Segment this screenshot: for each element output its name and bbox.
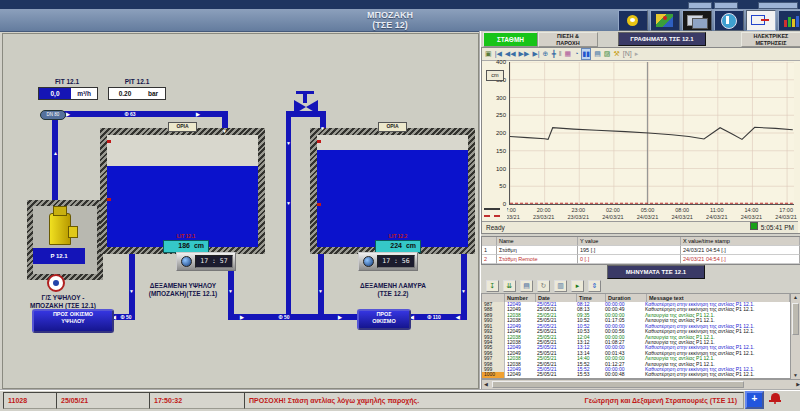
trend-tool-icon[interactable]: ▣: [485, 49, 492, 59]
messages-tool-icon[interactable]: ▤: [520, 280, 533, 292]
tank1-high-mark: [107, 140, 111, 143]
trend-tool-icon[interactable]: ▮▮: [581, 48, 591, 60]
y-tick-label: 150: [486, 148, 506, 155]
flow-arrow-icon: ▼: [286, 200, 291, 206]
tank2-level-value: 224: [376, 241, 402, 252]
trend-tool-icon[interactable]: ▸: [635, 49, 639, 59]
tank1-timer: 17 : 57: [176, 252, 236, 271]
valve-icon[interactable]: [306, 100, 318, 114]
trend-tool-icon[interactable]: ▶▶: [519, 49, 530, 59]
flow-arrow-icon: ◀: [456, 314, 460, 320]
scroll-down-icon[interactable]: ▼: [791, 372, 800, 379]
alarm-bell-icon[interactable]: [768, 391, 782, 408]
flow-arrow-icon: ▲: [53, 150, 58, 156]
add-button[interactable]: +: [745, 391, 764, 409]
flow-arrow-icon: ▼: [129, 288, 134, 294]
pit-display: 0.20 bar: [108, 87, 166, 100]
trend-legend-table: Name Y value X value/time stamp 1Στάθμη1…: [481, 236, 800, 265]
header-toolbar: [618, 10, 800, 31]
pump-icon: [68, 226, 78, 238]
station-link[interactable]: Γεώτρηση και Δεξαμενή Στραπουριές (ΤΣΕ 1…: [584, 393, 737, 408]
map-icon[interactable]: [650, 10, 680, 31]
trend-status-bar: Ready 5:05:41 PM: [482, 221, 798, 233]
title-line2: (ΤΣΕ 12): [372, 20, 407, 30]
trend-tool-icon[interactable]: ╋: [551, 49, 555, 59]
tab-stathmi[interactable]: ΣΤΑΘΜΗ: [483, 32, 538, 47]
messages-tool-icon[interactable]: ⇊: [503, 280, 516, 292]
window-control[interactable]: [714, 2, 738, 9]
tab-piesi-parochi[interactable]: ΠΙΕΣΗ & ΠΑΡΟΧΗ: [538, 32, 598, 47]
messages-tool-icon[interactable]: ↧: [486, 280, 499, 292]
schematic-icon[interactable]: [746, 10, 776, 31]
pipe-label-out-left: Φ 50: [116, 314, 136, 320]
y-axis-unit: cm: [486, 70, 504, 81]
flow-arrow-icon: ▶: [240, 314, 244, 320]
bar-chart-icon[interactable]: [778, 10, 800, 31]
scroll-left-icon[interactable]: ◀: [482, 381, 490, 388]
info-icon[interactable]: [714, 10, 744, 31]
pipe-badge-dn80: DN 80: [40, 110, 66, 120]
tank1-time: 17 : 57: [195, 255, 233, 268]
y-tick-label: 400: [486, 59, 506, 66]
trend-tool-icon[interactable]: ‖: [559, 49, 562, 59]
trend-tool-icon[interactable]: ◀◀: [505, 49, 516, 59]
trend-tool-icon[interactable]: |◀: [495, 49, 502, 59]
station-emblem-icon[interactable]: [47, 274, 65, 292]
alarm-date: 25/05/21: [56, 392, 150, 409]
messages-tool-icon[interactable]: ⇕: [588, 280, 601, 292]
tank1-level-value: 186: [164, 241, 190, 252]
alarm-id: 11028: [3, 392, 57, 409]
pit-label: PIT 12.1: [106, 78, 168, 86]
messages-tool-icon[interactable]: ▥: [554, 280, 567, 292]
window-control[interactable]: [758, 2, 798, 9]
trend-tool-icon[interactable]: ▤: [594, 49, 601, 59]
messages-tool-icon[interactable]: ↻: [537, 280, 550, 292]
pit-unit: bar: [141, 88, 165, 99]
tank2-time: 17 : 56: [377, 255, 415, 268]
flow-arrow-icon: ▼: [286, 140, 291, 146]
tab-ilektrikes[interactable]: ΗΛΕΚΤΡΙΚΕΣ ΜΕΤΡΗΣΕΙΣ: [741, 32, 800, 47]
legend-row[interactable]: 1Στάθμη195 [.]24/03/21 04:54 [.]: [482, 246, 800, 255]
lamp-icon[interactable]: [618, 10, 648, 31]
fit-display: 0,0 m³/h: [38, 87, 98, 100]
trend-tool-icon[interactable]: ▦: [565, 49, 572, 59]
legend-line-sample-remote: [484, 215, 500, 217]
vscroll-thumb[interactable]: [792, 303, 799, 335]
x-axis-labels: 17:0023/03/2120:0023/03/2123:0023/03/210…: [507, 206, 800, 222]
trend-tool-icon[interactable]: ▶|: [532, 49, 539, 59]
flow-arrow-icon: ▼: [461, 288, 466, 294]
tab-grafimata[interactable]: ΓΡΑΦΗΜΑΤΑ ΤΣΕ 12.1: [618, 32, 706, 46]
to-settlement-ypsilou-button[interactable]: ΠΡΟΣ ΟΙΚΙΣΜΟ ΥΨΗΛΟΥ: [32, 309, 114, 333]
message-row[interactable]: 10001204925/05/2115:5300:00:48Καθυστέρησ…: [482, 372, 790, 377]
trend-tool-icon[interactable]: ⊕: [543, 49, 549, 59]
photos-icon[interactable]: [682, 10, 712, 31]
messages-tool-icon[interactable]: ▸: [571, 280, 584, 292]
tank1-level-unit: cm: [190, 241, 208, 252]
tank1-oria-button[interactable]: ΟΡΙΑ: [168, 122, 197, 132]
trend-tool-icon[interactable]: ◔: [574, 49, 578, 59]
hscroll-thumb[interactable]: [492, 381, 744, 388]
scroll-up-icon[interactable]: ▲: [791, 294, 800, 301]
status-ok-icon: [750, 222, 758, 230]
trend-tool-icon[interactable]: [N]: [623, 49, 632, 59]
trend-plot[interactable]: [509, 62, 794, 205]
pit-value: 0.20: [109, 88, 141, 99]
tank1-low-mark: [107, 198, 111, 201]
scada-app: ΜΠΟΖΑΚΗ (ΤΣΕ 12): [0, 0, 800, 411]
legend-header-row: Name Y value X value/time stamp: [482, 237, 800, 246]
flow-arrow-icon: ▼: [228, 288, 233, 294]
tank2-low-mark: [317, 203, 321, 206]
legend-row[interactable]: 2Στάθμη Remote0 [.]24/03/21 04:54 [.]: [482, 255, 800, 264]
fit-unit: m³/h: [71, 88, 97, 99]
legend-col-name: Name: [497, 237, 578, 246]
scroll-right-icon[interactable]: ▶: [792, 381, 800, 388]
legend-col-yvalue: Y value: [578, 237, 681, 246]
messages-vscrollbar[interactable]: ▲ ▼: [790, 293, 800, 380]
messages-table[interactable]: 9871204925/05/2108:1200:00:00Καθυστέρηση…: [481, 302, 791, 379]
to-settlement-button[interactable]: ΠΡΟΣ ΟΙΚΙΣΜΟ: [357, 309, 411, 330]
trend-tool-icon[interactable]: ⚒: [613, 49, 619, 59]
tank2-oria-button[interactable]: ΟΡΙΑ: [378, 122, 407, 132]
trend-tool-icon[interactable]: ▨: [604, 49, 611, 59]
messages-button[interactable]: ΜΗΝΥΜΑΤΑ ΤΣΕ 12.1: [607, 265, 705, 279]
window-control[interactable]: [688, 2, 712, 9]
